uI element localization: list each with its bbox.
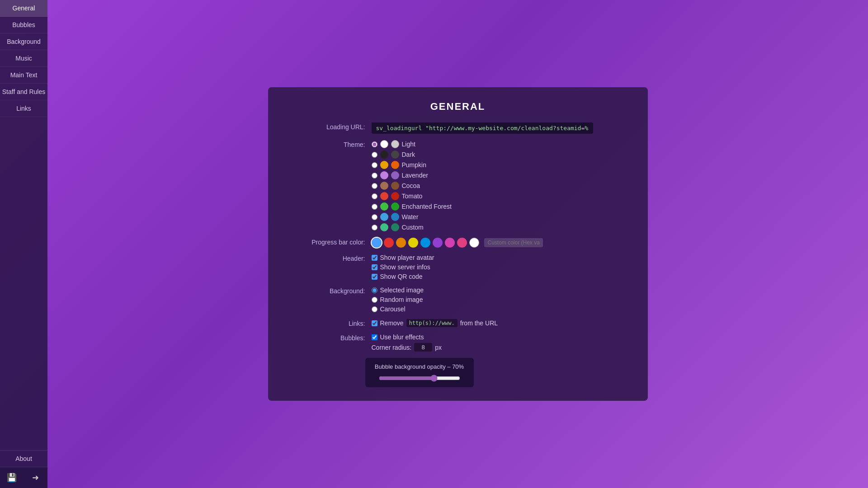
- theme-enchanted-forest[interactable]: Enchanted Forest: [372, 202, 630, 211]
- theme-water-radio[interactable]: [372, 214, 377, 220]
- theme-lavender-dot2: [391, 171, 399, 179]
- theme-custom-dot1: [380, 223, 388, 231]
- blur-effects-checkbox[interactable]: [372, 334, 377, 340]
- pb-color-yellow[interactable]: [408, 238, 418, 248]
- bg-random-image[interactable]: Random image: [372, 296, 630, 303]
- bubbles-label: Bubbles:: [286, 333, 365, 342]
- progress-bar-row: Progress bar color:: [286, 238, 630, 248]
- theme-light-radio[interactable]: [372, 141, 377, 147]
- pb-color-blue[interactable]: [372, 238, 382, 248]
- theme-cocoa-dot1: [380, 182, 388, 190]
- theme-pumpkin-radio[interactable]: [372, 162, 377, 168]
- theme-cocoa-radio[interactable]: [372, 183, 377, 189]
- pb-color-pink[interactable]: [457, 238, 467, 248]
- pb-color-red[interactable]: [384, 238, 394, 248]
- links-remove-checkbox[interactable]: [372, 320, 377, 326]
- server-infos-checkbox[interactable]: [372, 264, 377, 270]
- progress-bar-label: Progress bar color:: [286, 238, 365, 246]
- background-options: Selected image Random image Carousel: [372, 286, 630, 313]
- theme-list: Light Dark Pumpkin: [372, 140, 630, 231]
- sidebar-item-music[interactable]: Music: [0, 50, 47, 67]
- theme-dark-label: Dark: [402, 151, 415, 158]
- bg-carousel-radio[interactable]: [372, 306, 377, 312]
- theme-custom-label: Custom: [402, 224, 424, 231]
- header-qr-code[interactable]: Show QR code: [372, 273, 630, 280]
- pb-color-cyan[interactable]: [420, 238, 430, 248]
- sidebar-item-main-text[interactable]: Main Text: [0, 67, 47, 84]
- sidebar-item-about[interactable]: About: [0, 450, 47, 467]
- logout-button[interactable]: ➜: [24, 467, 48, 488]
- theme-pumpkin-dot1: [380, 161, 388, 169]
- theme-water[interactable]: Water: [372, 213, 630, 221]
- theme-lavender[interactable]: Lavender: [372, 171, 630, 179]
- sidebar-item-staff-and-rules[interactable]: Staff and Rules: [0, 84, 47, 100]
- bubbles-row: Bubbles: Use blur effects Corner radius:…: [286, 333, 630, 352]
- theme-dark-dot2: [391, 150, 399, 159]
- theme-pumpkin-dot2: [391, 161, 399, 169]
- slider-container: [374, 375, 465, 382]
- main-content: GENERAL Loading URL: Theme: Light: [47, 0, 868, 488]
- theme-tomato[interactable]: Tomato: [372, 192, 630, 200]
- theme-custom[interactable]: Custom: [372, 223, 630, 231]
- opacity-tooltip: Bubble background opacity – 70%: [365, 358, 474, 387]
- theme-custom-radio[interactable]: [372, 225, 377, 230]
- bg-carousel[interactable]: Carousel: [372, 305, 630, 313]
- theme-dark-radio[interactable]: [372, 152, 377, 158]
- pb-color-white[interactable]: [469, 238, 479, 248]
- theme-dark[interactable]: Dark: [372, 150, 630, 159]
- background-label: Background:: [286, 286, 365, 295]
- sidebar-item-bubbles[interactable]: Bubbles: [0, 17, 47, 33]
- save-icon: 💾: [7, 473, 17, 482]
- custom-color-input[interactable]: [484, 238, 543, 247]
- corner-radius-row: Corner radius: px: [372, 343, 630, 352]
- panel-title: GENERAL: [286, 101, 630, 113]
- theme-row: Theme: Light Dark: [286, 140, 630, 231]
- theme-cocoa-dot2: [391, 182, 399, 190]
- theme-tomato-dot2: [391, 192, 399, 200]
- theme-dark-dot1: [380, 150, 388, 159]
- sidebar: General Bubbles Background Music Main Te…: [0, 0, 47, 488]
- loading-url-input[interactable]: [372, 122, 593, 134]
- bg-random-radio[interactable]: [372, 297, 377, 303]
- opacity-slider[interactable]: [379, 375, 460, 382]
- pb-color-pink-light[interactable]: [445, 238, 455, 248]
- theme-lavender-label: Lavender: [402, 172, 428, 179]
- theme-pumpkin-label: Pumpkin: [402, 161, 426, 169]
- sidebar-action-row: 💾 ➜: [0, 467, 47, 488]
- header-row: Header: Show player avatar Show server i…: [286, 254, 630, 280]
- theme-lavender-radio[interactable]: [372, 173, 377, 178]
- bg-selected-image[interactable]: Selected image: [372, 286, 630, 294]
- player-avatar-checkbox[interactable]: [372, 255, 377, 261]
- header-server-infos[interactable]: Show server infos: [372, 263, 630, 271]
- pb-color-purple[interactable]: [433, 238, 443, 248]
- bg-selected-radio[interactable]: [372, 287, 377, 293]
- theme-water-label: Water: [402, 213, 419, 221]
- progress-color-list: [372, 238, 630, 248]
- theme-pumpkin[interactable]: Pumpkin: [372, 161, 630, 169]
- theme-tomato-radio[interactable]: [372, 193, 377, 199]
- sidebar-item-background[interactable]: Background: [0, 33, 47, 50]
- theme-light[interactable]: Light: [372, 140, 630, 148]
- theme-lavender-dot1: [380, 171, 388, 179]
- theme-tomato-label: Tomato: [402, 192, 423, 200]
- theme-water-dot2: [391, 213, 399, 221]
- header-label: Header:: [286, 254, 365, 262]
- links-label: Links:: [286, 319, 365, 327]
- settings-panel: GENERAL Loading URL: Theme: Light: [268, 87, 648, 401]
- theme-light-dot1: [380, 140, 388, 148]
- pb-color-orange[interactable]: [396, 238, 406, 248]
- links-options: Remove http(s)://www. from the URL: [372, 319, 630, 327]
- theme-light-dot2: [391, 140, 399, 148]
- sidebar-item-links[interactable]: Links: [0, 100, 47, 117]
- header-checkboxes: Show player avatar Show server infos Sho…: [372, 254, 630, 280]
- theme-water-dot1: [380, 213, 388, 221]
- header-player-avatar[interactable]: Show player avatar: [372, 254, 630, 261]
- theme-cocoa[interactable]: Cocoa: [372, 182, 630, 190]
- qr-code-checkbox[interactable]: [372, 274, 377, 280]
- opacity-tooltip-text: Bubble background opacity – 70%: [374, 363, 465, 370]
- theme-enchanted-radio[interactable]: [372, 204, 377, 210]
- save-button[interactable]: 💾: [0, 467, 24, 488]
- bubbles-blur-row: Use blur effects: [372, 333, 630, 341]
- corner-radius-input[interactable]: [414, 343, 432, 352]
- sidebar-item-general[interactable]: General: [0, 0, 47, 17]
